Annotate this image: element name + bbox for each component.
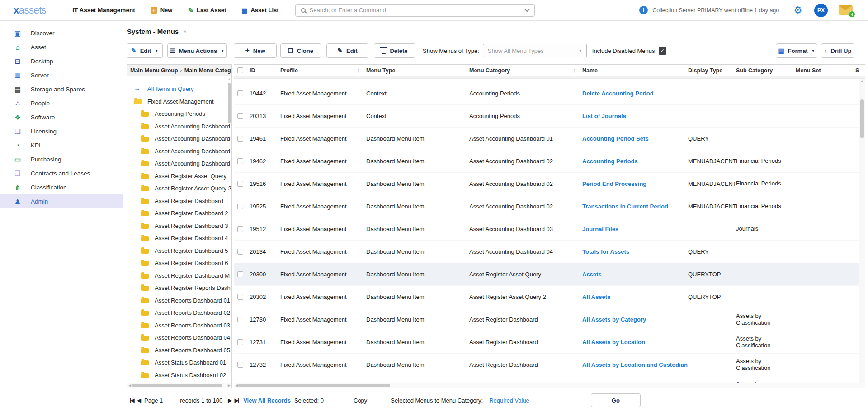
go-button[interactable]: Go bbox=[591, 393, 641, 407]
tree-item[interactable]: Asset Register Asset Query 2 bbox=[127, 182, 231, 195]
tree-item[interactable]: Asset Register Asset Query bbox=[127, 170, 231, 183]
scrollbar-thumb[interactable] bbox=[860, 99, 864, 138]
row-checkbox[interactable] bbox=[237, 249, 243, 255]
tree-vertical-scrollbar[interactable]: ▲ bbox=[227, 77, 231, 382]
column-header[interactable]: Sub Category ↑ bbox=[736, 67, 796, 74]
table-row[interactable]: Assets by Classification bbox=[234, 376, 865, 383]
table-row[interactable]: 19461 Fixed Asset Management Dashboard M… bbox=[234, 128, 865, 150]
tree-item[interactable]: Asset Accounting Dashboard 04 bbox=[127, 157, 231, 170]
tree-item[interactable]: Asset Accounting Dashboard 02 bbox=[127, 133, 231, 145]
tree-item[interactable]: Asset Register Reports Dashb bbox=[127, 282, 231, 294]
row-checkbox[interactable] bbox=[237, 204, 243, 209]
sidebar-item-storage-and-spares[interactable]: ▤ Storage and Spares bbox=[0, 82, 123, 96]
view-all-records-link[interactable]: View All Records bbox=[243, 397, 291, 404]
tree-item[interactable]: Asset Reports Dashboard 02 bbox=[127, 307, 231, 319]
tree-item[interactable]: Asset Reports Dashboard 05 bbox=[127, 344, 231, 357]
tree-item[interactable]: Asset Reports Dashboard 01 bbox=[127, 294, 231, 307]
select-all-checkbox[interactable] bbox=[237, 67, 243, 73]
menu-name-link[interactable]: All Assets by Location bbox=[582, 339, 645, 346]
drill-up-button[interactable]: ↑ Drill Up bbox=[821, 43, 854, 58]
sidebar-item-desktop[interactable]: ⊟ Desktop bbox=[0, 54, 123, 68]
row-checkbox[interactable] bbox=[237, 339, 243, 345]
menu-name-link[interactable]: Journal Files bbox=[582, 226, 618, 232]
table-row[interactable]: 12732 Fixed Asset Management Dashboard M… bbox=[234, 354, 865, 376]
tree-item[interactable]: Asset Register Dashboard 5 bbox=[127, 245, 231, 257]
menu-actions-button[interactable]: ☰ Menu Actions ▼ bbox=[167, 43, 227, 58]
tree-item[interactable]: Asset Reports Dashboard 04 bbox=[127, 331, 231, 344]
sidebar-item-kpi[interactable]: ◔ KPI bbox=[0, 138, 123, 152]
table-row[interactable]: 12730 Fixed Asset Management Dashboard M… bbox=[234, 308, 865, 331]
row-checkbox[interactable] bbox=[237, 294, 243, 300]
row-checkbox[interactable] bbox=[237, 226, 243, 232]
column-header[interactable]: Display Type ↑ bbox=[688, 67, 736, 74]
sidebar-item-purchasing[interactable]: ▭ Purchasing bbox=[0, 152, 123, 166]
row-checkbox[interactable] bbox=[237, 90, 243, 96]
asset-list-button[interactable]: ▦ Asset List bbox=[241, 7, 278, 14]
table-row[interactable]: 20300 Fixed Asset Management Dashboard M… bbox=[234, 263, 865, 286]
menu-name-link[interactable]: List of Journals bbox=[582, 113, 626, 119]
last-asset-button[interactable]: ✎ Last Asset bbox=[188, 6, 226, 14]
breadcrumb-item[interactable]: Main Menu Group bbox=[130, 67, 178, 74]
tree-item[interactable]: Asset Register Dashboard 6 bbox=[127, 257, 231, 270]
delete-button[interactable]: Delete bbox=[374, 43, 415, 58]
assign-category-link[interactable]: Required Value bbox=[489, 397, 529, 404]
scroll-left-icon[interactable]: ◀ bbox=[235, 383, 238, 388]
messages-icon[interactable]: 4 bbox=[839, 5, 853, 15]
tree-item[interactable]: Accounting Periods bbox=[127, 108, 231, 120]
table-row[interactable]: 19525 Fixed Asset Management Dashboard M… bbox=[234, 195, 865, 218]
clone-button[interactable]: ❐ Clone bbox=[280, 43, 321, 58]
sidebar-item-classification[interactable]: ⋔ Classification bbox=[0, 180, 123, 194]
column-header[interactable]: Profile ↑ bbox=[280, 67, 366, 74]
scrollbar-thumb[interactable] bbox=[228, 83, 231, 123]
last-page-button[interactable]: ▶| bbox=[235, 398, 239, 403]
title-dropdown-icon[interactable]: ▼ bbox=[183, 29, 187, 34]
tree-item[interactable]: All Items in Query bbox=[127, 83, 231, 95]
sidebar-item-server[interactable]: ≣ Server bbox=[0, 68, 123, 82]
scroll-up-icon[interactable]: ▲ bbox=[859, 79, 865, 83]
column-header[interactable]: ID ↑ bbox=[250, 67, 280, 74]
menu-name-link[interactable]: Transactions in Current Period bbox=[582, 203, 668, 210]
menu-name-link[interactable]: Totals for Assets bbox=[582, 248, 629, 255]
column-header[interactable]: Sub Item ↑ bbox=[855, 67, 859, 74]
sidebar-item-people[interactable]: ∴ People bbox=[0, 96, 123, 110]
menu-name-link[interactable]: Accounting Periods bbox=[582, 158, 638, 165]
tree-item[interactable]: Asset Register Dashboard bbox=[127, 195, 231, 208]
sidebar-item-software[interactable]: ❖ Software bbox=[0, 110, 123, 124]
previous-page-button[interactable]: ◀ bbox=[137, 398, 141, 403]
scroll-up-icon[interactable]: ▲ bbox=[227, 77, 231, 81]
row-checkbox[interactable] bbox=[237, 136, 243, 142]
tree-item[interactable]: Asset Reports Dashboard 03 bbox=[127, 319, 231, 332]
tree-horizontal-scrollbar[interactable]: ◀ ▶ bbox=[127, 383, 231, 388]
new-record-button[interactable]: + New bbox=[234, 43, 277, 58]
edit-button[interactable]: ✎ Edit bbox=[326, 43, 368, 58]
tree-item[interactable]: Asset Accounting Dashboard 03 bbox=[127, 145, 231, 158]
row-checkbox[interactable] bbox=[237, 158, 243, 164]
menu-name-link[interactable]: Delete Accounting Period bbox=[582, 90, 654, 97]
column-header[interactable]: Menu Type ↑ bbox=[366, 67, 469, 74]
menu-name-link[interactable]: All Assets by Category bbox=[582, 316, 646, 323]
table-row[interactable]: 20302 Fixed Asset Management Dashboard M… bbox=[234, 286, 865, 308]
row-checkbox[interactable] bbox=[237, 113, 243, 119]
scrollbar-thumb[interactable] bbox=[238, 384, 390, 387]
tree-item[interactable]: Asset Register Dashboard M bbox=[127, 270, 231, 282]
sidebar-item-asset[interactable]: ⌂ Asset bbox=[0, 40, 123, 54]
table-row[interactable]: 19442 Fixed Asset Management Context Acc… bbox=[234, 82, 865, 105]
menu-name-link[interactable]: Period End Processing bbox=[582, 180, 646, 187]
tree-item[interactable]: Asset Status Dashboard 01 bbox=[127, 356, 231, 369]
table-row[interactable]: 12731 Fixed Asset Management Dashboard M… bbox=[234, 331, 865, 354]
breadcrumb-item[interactable]: Main Menu Category bbox=[184, 67, 231, 74]
sidebar-item-admin[interactable]: ♟ Admin bbox=[0, 194, 123, 208]
gear-icon[interactable]: ⚙ bbox=[793, 5, 802, 15]
xassets-logo[interactable]: xassets bbox=[14, 5, 46, 16]
menu-name-link[interactable]: All Assets bbox=[582, 294, 610, 300]
tree-item[interactable]: Fixed Asset Management bbox=[127, 95, 231, 108]
next-page-button[interactable]: ▶ bbox=[228, 398, 231, 403]
table-row[interactable]: 19516 Fixed Asset Management Dashboard M… bbox=[234, 173, 865, 195]
first-page-button[interactable]: |◀ bbox=[130, 398, 134, 403]
format-button[interactable]: ▦ Format ▼ bbox=[776, 43, 817, 58]
row-checkbox[interactable] bbox=[237, 317, 243, 322]
tree-item[interactable]: Asset Status Dashboard 02 bbox=[127, 369, 231, 382]
menu-name-link[interactable]: Accounting Period Sets bbox=[582, 135, 649, 142]
sidebar-item-licensing[interactable]: ❏ Licensing bbox=[0, 124, 123, 138]
new-button[interactable]: + New bbox=[151, 7, 173, 14]
